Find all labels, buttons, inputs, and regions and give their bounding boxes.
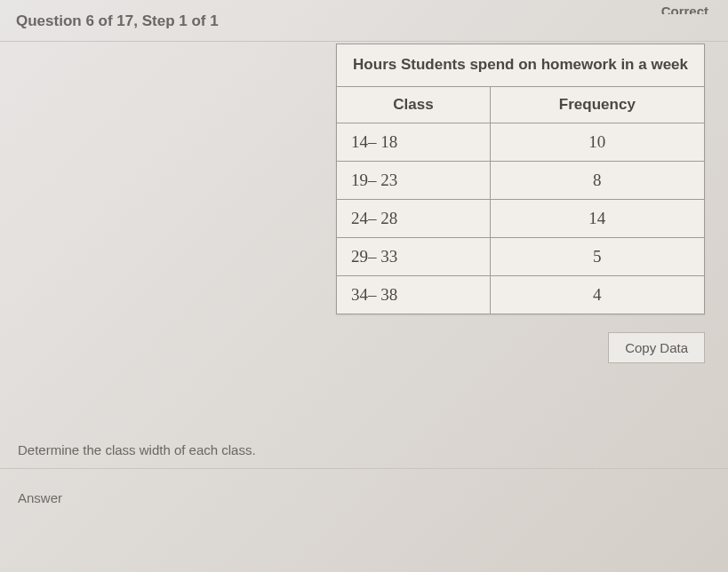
table-title-row: Hours Students spend on homework in a we… bbox=[337, 44, 705, 87]
class-cell: 24– 28 bbox=[337, 199, 491, 237]
question-header: Question 6 of 17, Step 1 of 1 bbox=[16, 7, 219, 36]
class-cell: 19– 23 bbox=[337, 161, 491, 199]
freq-cell: 10 bbox=[490, 123, 704, 161]
table-header-row: Class Frequency bbox=[337, 86, 705, 123]
table-row: 29– 33 5 bbox=[337, 237, 705, 275]
class-cell: 29– 33 bbox=[337, 237, 491, 275]
freq-cell: 5 bbox=[490, 237, 704, 275]
answer-section: Answer bbox=[0, 468, 728, 541]
table-row: 14– 18 10 bbox=[337, 123, 705, 161]
freq-cell: 14 bbox=[490, 199, 704, 237]
table-row: 19– 23 8 bbox=[337, 161, 705, 199]
table-row: 34– 38 4 bbox=[337, 275, 705, 314]
table-title: Hours Students spend on homework in a we… bbox=[337, 44, 705, 87]
freq-cell: 8 bbox=[490, 161, 704, 199]
answer-label: Answer bbox=[18, 490, 710, 505]
class-cell: 34– 38 bbox=[337, 275, 491, 314]
question-prompt: Determine the class width of each class. bbox=[18, 442, 256, 457]
content-area: Hours Students spend on homework in a we… bbox=[0, 42, 728, 468]
correct-indicator: Correct bbox=[661, 2, 708, 14]
col-header-frequency: Frequency bbox=[490, 86, 704, 123]
frequency-table-container: Hours Students spend on homework in a we… bbox=[336, 44, 705, 363]
col-header-class: Class bbox=[337, 86, 491, 123]
copy-data-wrap: Copy Data bbox=[336, 332, 705, 363]
freq-cell: 4 bbox=[490, 275, 704, 314]
frequency-table: Hours Students spend on homework in a we… bbox=[336, 44, 705, 314]
table-row: 24– 28 14 bbox=[337, 199, 705, 237]
class-cell: 14– 18 bbox=[337, 123, 491, 161]
copy-data-button[interactable]: Copy Data bbox=[608, 332, 705, 363]
